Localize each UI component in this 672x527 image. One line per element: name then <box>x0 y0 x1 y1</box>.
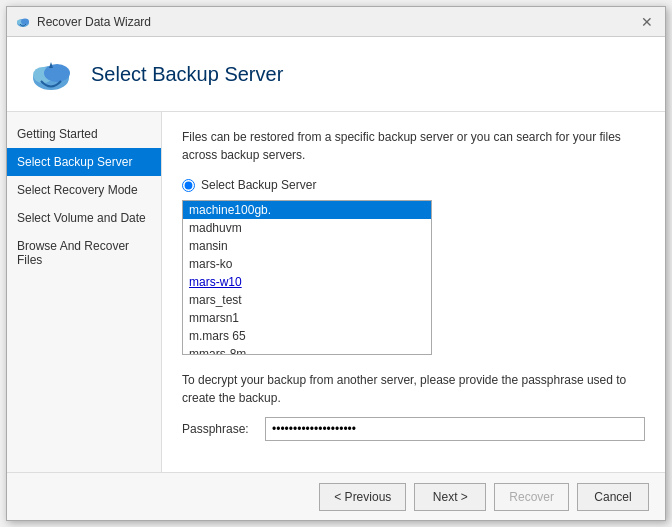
server-listbox[interactable]: machine100gb. madhuvm mansin mars-ko mar… <box>182 200 432 355</box>
passphrase-label: Passphrase: <box>182 422 257 436</box>
list-item[interactable]: mars-ko <box>183 255 431 273</box>
title-bar-left: Recover Data Wizard <box>15 14 151 30</box>
list-item[interactable]: machine100gb. <box>183 201 431 219</box>
recover-button[interactable]: Recover <box>494 483 569 511</box>
body-area: Getting Started Select Backup Server Sel… <box>7 112 665 472</box>
list-item[interactable]: mansin <box>183 237 431 255</box>
app-icon <box>15 14 31 30</box>
sidebar-item-select-volume-and-date[interactable]: Select Volume and Date <box>7 204 161 232</box>
description-text: Files can be restored from a specific ba… <box>182 128 645 164</box>
main-window: Recover Data Wizard ✕ Select Backup Serv… <box>6 6 666 521</box>
sidebar-item-getting-started[interactable]: Getting Started <box>7 120 161 148</box>
list-item[interactable]: mars_test <box>183 291 431 309</box>
sidebar-item-select-backup-server[interactable]: Select Backup Server <box>7 148 161 176</box>
list-item[interactable]: mars-w10 <box>183 273 431 291</box>
list-item[interactable]: mmars-8m <box>183 345 431 355</box>
cancel-button[interactable]: Cancel <box>577 483 649 511</box>
header-icon <box>27 50 75 98</box>
list-item[interactable]: m.mars 65 <box>183 327 431 345</box>
decrypt-description: To decrypt your backup from another serv… <box>182 371 645 407</box>
title-bar: Recover Data Wizard ✕ <box>7 7 665 37</box>
window-title: Recover Data Wizard <box>37 15 151 29</box>
passphrase-input[interactable] <box>265 417 645 441</box>
select-backup-server-radio[interactable]: Select Backup Server <box>182 178 645 192</box>
main-content: Files can be restored from a specific ba… <box>162 112 665 472</box>
svg-point-5 <box>44 64 70 82</box>
backup-server-radio-input[interactable] <box>182 179 195 192</box>
sidebar-item-browse-and-recover[interactable]: Browse And Recover Files <box>7 232 161 274</box>
previous-button[interactable]: < Previous <box>319 483 406 511</box>
next-button[interactable]: Next > <box>414 483 486 511</box>
svg-point-2 <box>21 18 29 24</box>
list-item[interactable]: mmarsn1 <box>183 309 431 327</box>
footer: < Previous Next > Recover Cancel <box>7 472 665 520</box>
sidebar-item-select-recovery-mode[interactable]: Select Recovery Mode <box>7 176 161 204</box>
sidebar: Getting Started Select Backup Server Sel… <box>7 112 162 472</box>
header-area: Select Backup Server <box>7 37 665 112</box>
list-item[interactable]: madhuvm <box>183 219 431 237</box>
passphrase-row: Passphrase: <box>182 417 645 441</box>
close-button[interactable]: ✕ <box>637 13 657 31</box>
header-title: Select Backup Server <box>91 63 283 86</box>
